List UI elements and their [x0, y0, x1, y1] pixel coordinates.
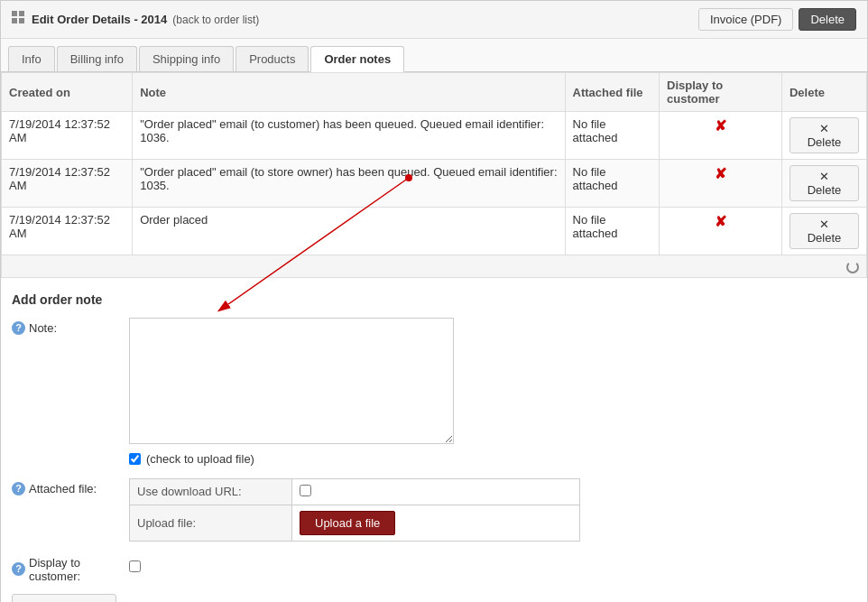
tab-products[interactable]: Products	[235, 46, 309, 71]
attached-file-table: Use download URL: Upload file: Upload a …	[129, 478, 580, 542]
page-wrapper: Edit Order Details - 2014 (back to order…	[0, 0, 868, 602]
refresh-icon	[846, 261, 859, 273]
attached-file-form-row: ? Attached file: Use download URL:	[12, 478, 856, 542]
download-url-checkbox[interactable]	[300, 485, 311, 496]
note-form-row: ? Note:	[12, 318, 856, 468]
title-text: Edit Order Details - 2014	[32, 13, 167, 26]
cell-display-customer: ✘	[660, 112, 782, 160]
add-order-note-section: Add order note ? Note:	[1, 278, 867, 602]
col-note: Note	[133, 73, 565, 112]
add-order-note-button[interactable]: Add order note	[12, 594, 116, 602]
cell-display-customer: ✘	[660, 208, 782, 255]
delete-row-button[interactable]: ✕ Delete	[790, 213, 859, 249]
table-footer-row	[2, 255, 867, 278]
upload-file-row: Upload file: Upload a file	[130, 505, 580, 541]
display-customer-label: ? Display to customer:	[12, 552, 129, 583]
note-control-area: (check to upload file)	[129, 318, 856, 468]
cell-attached-file: No file attached	[565, 112, 660, 160]
cell-note: "Order placed" email (to store owner) ha…	[133, 160, 565, 208]
cell-delete: ✕ Delete	[781, 160, 866, 208]
col-attached-file: Attached file	[565, 73, 660, 112]
cell-note: "Order placed" email (to customer) has b…	[133, 112, 565, 160]
page-header: Edit Order Details - 2014 (back to order…	[1, 1, 867, 39]
page-title: Edit Order Details - 2014 (back to order…	[12, 11, 259, 28]
cell-attached-file: No file attached	[565, 208, 660, 255]
textarea-wrapper: (check to upload file)	[129, 318, 454, 466]
svg-rect-2	[12, 18, 17, 23]
cell-delete: ✕ Delete	[781, 112, 866, 160]
upload-file-button-cell: Upload a file	[292, 505, 580, 541]
notes-table: Created on Note Attached file Display to…	[1, 72, 867, 278]
attached-file-control-area: Use download URL: Upload file: Upload a …	[129, 478, 856, 542]
tab-bar: Info Billing info Shipping info Products…	[1, 39, 867, 72]
display-customer-form-row: ? Display to customer:	[12, 552, 856, 583]
tab-order-notes[interactable]: Order notes	[310, 46, 404, 72]
display-customer-checkbox[interactable]	[129, 560, 141, 572]
invoice-pdf-button[interactable]: Invoice (PDF)	[698, 8, 793, 31]
cell-created-on: 7/19/2014 12:37:52 AM	[2, 208, 133, 255]
upload-checkbox-label: (check to upload file)	[146, 452, 254, 466]
cell-attached-file: No file attached	[565, 160, 660, 208]
col-created-on: Created on	[2, 73, 133, 112]
svg-rect-3	[19, 18, 24, 23]
upload-checkbox-row: (check to upload file)	[129, 452, 454, 466]
cell-created-on: 7/19/2014 12:37:52 AM	[2, 112, 133, 160]
download-url-label-cell: Use download URL:	[130, 478, 292, 505]
attached-file-help-icon: ?	[12, 482, 25, 495]
col-display-customer: Display to customer	[660, 73, 782, 112]
table-row: 7/19/2014 12:37:52 AM "Order placed" ema…	[2, 112, 867, 160]
svg-rect-1	[19, 11, 24, 16]
cell-delete: ✕ Delete	[781, 208, 866, 255]
attached-file-label: ? Attached file:	[12, 478, 129, 495]
note-help-icon: ?	[12, 321, 25, 335]
table-row: 7/19/2014 12:37:52 AM "Order placed" ema…	[2, 160, 867, 208]
upload-file-label-cell: Upload file:	[130, 505, 292, 541]
table-row: 7/19/2014 12:37:52 AM Order placed No fi…	[2, 208, 867, 255]
note-label: ? Note:	[12, 318, 129, 335]
cell-created-on: 7/19/2014 12:37:52 AM	[2, 160, 133, 208]
upload-file-checkbox[interactable]	[129, 453, 141, 465]
tab-billing[interactable]: Billing info	[57, 46, 137, 71]
delete-row-button[interactable]: ✕ Delete	[790, 165, 859, 201]
tab-shipping[interactable]: Shipping info	[139, 46, 234, 71]
delete-row-button[interactable]: ✕ Delete	[790, 117, 859, 153]
no-display-icon: ✘	[667, 165, 774, 182]
no-display-icon: ✘	[667, 117, 774, 134]
no-display-icon: ✘	[667, 213, 774, 230]
delete-button[interactable]: Delete	[799, 8, 856, 31]
display-customer-control-area	[129, 560, 856, 575]
col-delete: Delete	[781, 73, 866, 112]
back-link[interactable]: (back to order list)	[172, 14, 259, 26]
display-customer-help-icon: ?	[12, 562, 25, 576]
notes-table-wrapper: Created on Note Attached file Display to…	[1, 72, 867, 278]
grid-icon	[12, 11, 26, 28]
header-actions: Invoice (PDF) Delete	[698, 8, 856, 31]
tab-info[interactable]: Info	[8, 46, 55, 71]
upload-file-button[interactable]: Upload a file	[300, 511, 395, 535]
add-note-title: Add order note	[12, 292, 856, 307]
cell-note: Order placed	[133, 208, 565, 255]
download-url-checkbox-cell	[292, 478, 580, 505]
note-textarea[interactable]	[129, 318, 454, 444]
table-footer-cell	[2, 255, 867, 278]
svg-rect-0	[12, 11, 17, 16]
download-url-row: Use download URL:	[130, 478, 580, 505]
cell-display-customer: ✘	[660, 160, 782, 208]
add-note-button-row: Add order note	[12, 594, 856, 602]
